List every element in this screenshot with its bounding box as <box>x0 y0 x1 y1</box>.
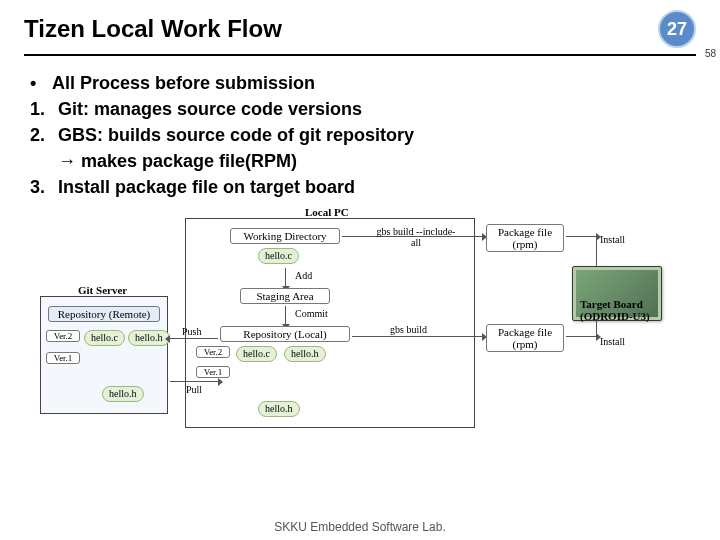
pill-helloh-2: hello.h <box>284 346 326 362</box>
node-ver2: Ver.2 <box>196 346 230 358</box>
pill-rhelloh: hello.h <box>128 330 170 346</box>
item-1: Git: manages source code versions <box>58 96 362 122</box>
page-number: 27 <box>667 19 687 40</box>
num-3: 3. <box>30 174 58 200</box>
item-2b: → makes package file(RPM) <box>30 148 690 174</box>
node-ver1: Ver.1 <box>196 366 230 378</box>
item-3: Install package file on target board <box>58 174 355 200</box>
num-1: 1. <box>30 96 58 122</box>
node-repo-local: Repository (Local) <box>220 326 350 342</box>
label-gbs: gbs build <box>390 324 427 335</box>
node-pkg1: Package file (rpm) <box>486 224 564 252</box>
bullet-mark: • <box>30 70 52 96</box>
label-gbs-all: gbs build --include-all <box>376 226 456 248</box>
label-target: Target Board (ODROID-U3) <box>580 298 680 322</box>
item-2: GBS: builds source code of git repositor… <box>58 122 414 148</box>
node-rver2: Ver.2 <box>46 330 80 342</box>
label-local-pc: Local PC <box>305 206 349 218</box>
workflow-diagram: Local PC Working Directory hello.c Add S… <box>40 206 680 436</box>
label-git-server: Git Server <box>78 284 127 296</box>
pill-helloc-1: hello.c <box>258 248 299 264</box>
label-push: Push <box>182 326 201 337</box>
page-number-badge: 27 <box>658 10 696 48</box>
node-working-dir: Working Directory <box>230 228 340 244</box>
node-pkg2: Package file (rpm) <box>486 324 564 352</box>
content-block: • All Process before submission 1. Git: … <box>0 70 720 200</box>
label-pull: Pull <box>186 384 202 395</box>
header-divider <box>24 54 696 56</box>
node-rver1: Ver.1 <box>46 352 80 364</box>
label-install-1: Install <box>600 234 625 245</box>
lead-bullet: All Process before submission <box>52 70 315 96</box>
pill-rhelloc: hello.c <box>84 330 125 346</box>
label-commit: Commit <box>295 308 328 319</box>
node-repo-remote: Repository (Remote) <box>48 306 160 322</box>
pill-helloc-2: hello.c <box>236 346 277 362</box>
node-staging: Staging Area <box>240 288 330 304</box>
pill-helloh-3: hello.h <box>258 401 300 417</box>
page-title: Tizen Local Work Flow <box>24 15 282 43</box>
num-2: 2. <box>30 122 58 148</box>
label-add: Add <box>295 270 312 281</box>
sub-page-number: 58 <box>705 48 716 59</box>
footer-text: SKKU Embedded Software Lab. <box>0 520 720 534</box>
pill-rhelloh2: hello.h <box>102 386 144 402</box>
label-install-2: Install <box>600 336 625 347</box>
